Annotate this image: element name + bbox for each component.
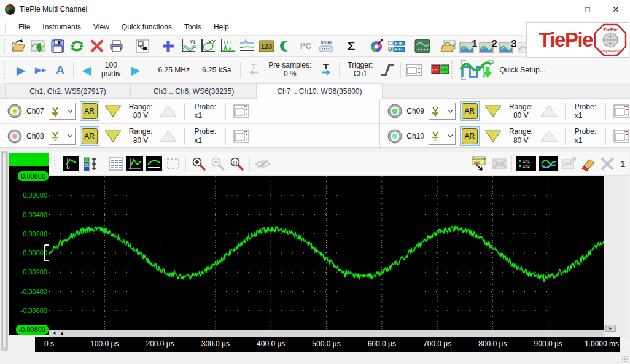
coupling-select[interactable] — [429, 103, 456, 120]
range-down-button[interactable] — [104, 129, 122, 144]
y-axis[interactable]: 0.008000.006000.004000.002000.00000-0.00… — [9, 153, 49, 335]
coupling-select[interactable] — [49, 103, 76, 120]
range-value: Range:80 V — [126, 103, 155, 120]
menu-instruments[interactable]: Instruments — [36, 20, 87, 34]
axis-settings-button[interactable]: 0 — [63, 156, 79, 171]
file-sets-button[interactable] — [439, 37, 457, 55]
channel-settings-button[interactable] — [613, 103, 630, 119]
save-button[interactable] — [49, 37, 67, 55]
scroll-left-button[interactable]: ◄ — [52, 330, 56, 337]
autorange-button[interactable]: AR — [460, 101, 480, 121]
clear-graph-button[interactable] — [580, 156, 596, 171]
y-axis-channel-color-bar[interactable] — [9, 153, 49, 166]
maximize-button[interactable]: □ — [574, 0, 602, 18]
xy-graph-button[interactable]: XY — [198, 37, 217, 55]
channel-settings-button[interactable] — [233, 128, 250, 144]
yt-graph-button[interactable]: Yt — [179, 37, 197, 55]
start-button[interactable]: ▶ — [12, 61, 30, 79]
refresh-button[interactable] — [68, 37, 87, 55]
oscilloscope-plot[interactable] — [49, 176, 604, 330]
analysis-graph-button[interactable] — [539, 156, 558, 171]
toolbar-drag-handle[interactable] — [4, 39, 5, 53]
close-button[interactable]: ✕ — [602, 0, 630, 18]
quick-setup-label[interactable]: Quick Setup... — [496, 66, 545, 74]
trigger-position-marker[interactable]: ▲ — [60, 330, 64, 337]
toolbar-drag-handle[interactable] — [4, 61, 7, 79]
quick-setup-button[interactable] — [459, 61, 495, 79]
trigger-slope-button[interactable] — [378, 61, 397, 79]
autoscale-button[interactable] — [126, 156, 143, 171]
setting-set-3-button[interactable]: 3 — [498, 37, 516, 55]
serial-decode-button[interactable]: 00II0 — [316, 37, 335, 55]
fft-graph-button[interactable]: FFT — [218, 37, 236, 55]
range-up-button-disabled — [159, 104, 177, 118]
minimize-button[interactable]: — — [545, 0, 574, 18]
time-axis[interactable]: 0 s100.0 µs200.0 µs300.0 µs400.0 µs500.0… — [35, 337, 620, 352]
sum-button[interactable]: Σ — [342, 37, 360, 55]
delete-button[interactable] — [88, 37, 106, 55]
menu-drag-handle[interactable] — [5, 21, 9, 33]
setting-set-2-button[interactable]: 2 — [478, 37, 497, 55]
menu-file[interactable]: File — [12, 20, 36, 34]
tab-ch7-ch10[interactable]: Ch7 .. Ch10: WS6(35800) — [257, 83, 383, 99]
print-button[interactable] — [107, 37, 126, 55]
range-down-button[interactable] — [484, 104, 502, 118]
autorange-button[interactable]: AR — [80, 101, 99, 121]
resize-grip[interactable] — [621, 355, 629, 363]
scroll-right-button[interactable]: ► — [605, 325, 616, 332]
tab-ch1-ch2[interactable]: Ch1, Ch2: WS5(27917) — [5, 83, 131, 98]
open-button[interactable] — [9, 37, 28, 55]
add-button[interactable] — [159, 37, 177, 55]
meter-button[interactable]: 123 — [257, 37, 276, 55]
filtered-graph-button[interactable] — [238, 37, 256, 55]
record-length-value[interactable]: 6.25 kSa — [196, 66, 237, 74]
range-down-button[interactable] — [484, 129, 502, 144]
menu-tools[interactable]: Tools — [178, 20, 208, 34]
graph-dock-handle[interactable] — [1, 151, 8, 351]
zoom-reset-button[interactable]: (:) — [228, 156, 245, 171]
object-tree-button[interactable] — [133, 37, 152, 55]
instrument-button[interactable] — [413, 37, 432, 55]
range-down-button[interactable] — [104, 104, 122, 118]
channel-settings-button[interactable] — [233, 103, 250, 119]
tab-ch3-ch6[interactable]: Ch3 .. Ch6: WS6(33235) — [131, 83, 257, 98]
y-axis-tick-label: 0.00800 — [18, 171, 49, 181]
value-table-button[interactable] — [107, 156, 124, 171]
start-stop-all-button[interactable] — [387, 37, 406, 55]
channel-row-ch08: Ch08 AR Range:80 V Probe:x1 — [0, 123, 379, 148]
autorange-button[interactable]: AR — [460, 126, 480, 146]
time-axis-tick-label: 700.0 µs — [423, 339, 451, 348]
source-offsets-button[interactable] — [82, 156, 98, 171]
toolbar-drag-handle[interactable] — [451, 61, 455, 79]
toolbar-drag-handle[interactable] — [54, 156, 58, 172]
plot-scrollbar[interactable]: ◄ ▲ — [49, 330, 604, 337]
i2c-button[interactable]: I²C — [297, 37, 315, 55]
palette-button[interactable] — [368, 37, 386, 55]
menu-view[interactable]: View — [87, 20, 115, 34]
fit-range-button[interactable] — [146, 156, 162, 171]
legend-button[interactable]: Ch1Ch2 — [516, 156, 536, 171]
channel-group-left: Ch07 AR Range:80 V Probe:x1 Ch08 — [0, 99, 380, 147]
save-measurement-button[interactable] — [29, 37, 47, 55]
coupling-select[interactable] — [429, 128, 456, 145]
coupling-select[interactable] — [49, 128, 76, 145]
setting-set-1-button[interactable]: 1 — [459, 37, 477, 55]
trigger-source[interactable]: Trigger: Ch1 — [343, 61, 378, 79]
channel-enable-button[interactable]: CH1CH2 — [431, 61, 449, 79]
menu-quick-functions[interactable]: Quick functions — [115, 20, 178, 34]
menu-help[interactable]: Help — [208, 20, 235, 34]
auto-setup-button[interactable]: A — [51, 61, 69, 79]
pre-samples-increase-button[interactable] — [317, 61, 335, 79]
channel-settings-button[interactable] — [613, 128, 630, 144]
trigger-dialog-button[interactable] — [405, 61, 423, 79]
bnc-connector-icon — [387, 129, 402, 144]
add-comment-button[interactable]: CommentText — [472, 156, 488, 171]
autorange-button[interactable]: AR — [80, 126, 99, 146]
one-shot-button[interactable]: ▶▶ — [31, 61, 50, 79]
timebase-faster-button[interactable]: ▶ — [126, 61, 145, 79]
zoom-in-button[interactable] — [190, 156, 207, 171]
timebase-slower-button[interactable]: ◀ — [77, 61, 96, 79]
sample-rate-value[interactable]: 6.25 MHz — [152, 66, 196, 74]
trigger-level-indicator[interactable] — [44, 244, 49, 261]
crescent-button[interactable] — [277, 37, 295, 55]
